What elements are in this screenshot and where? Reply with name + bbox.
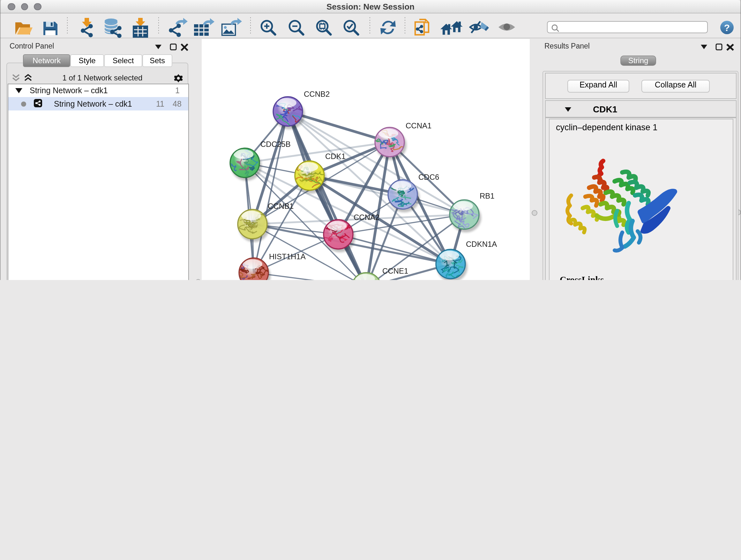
svg-text:CDK1: CDK1 [325, 152, 346, 161]
svg-text:RB1: RB1 [480, 192, 495, 200]
svg-text:CCNB1: CCNB1 [268, 202, 293, 210]
svg-text:CCNA1: CCNA1 [406, 121, 431, 130]
svg-text:CDKN1A: CDKN1A [466, 240, 497, 248]
svg-text:?: ? [724, 22, 730, 33]
svg-text:CDC25B: CDC25B [260, 140, 291, 148]
svg-text:CCNE1: CCNE1 [382, 266, 408, 275]
svg-text:HIST1H1A: HIST1H1A [269, 252, 306, 261]
svg-text:CCNA2: CCNA2 [354, 213, 380, 222]
svg-text:CDC6: CDC6 [418, 173, 439, 181]
svg-text:CCNB2: CCNB2 [304, 90, 330, 98]
